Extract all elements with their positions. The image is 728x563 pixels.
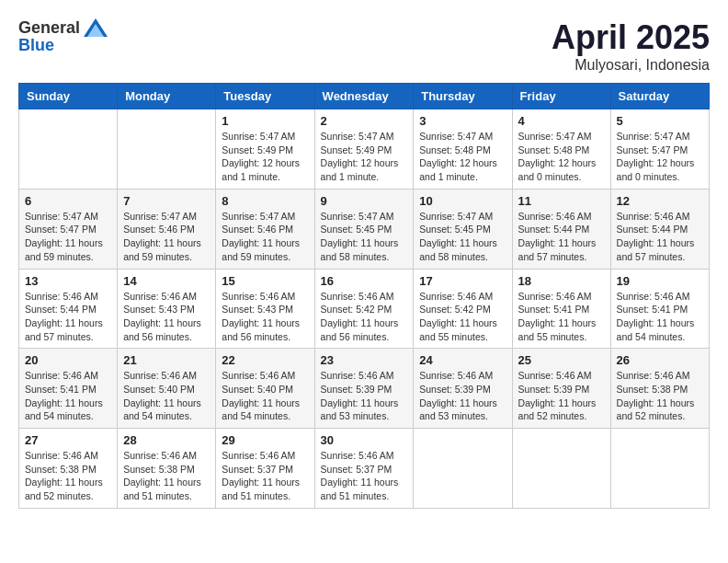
day-number: 18 (518, 274, 605, 288)
table-row (512, 429, 610, 509)
day-info: Sunrise: 5:46 AM Sunset: 5:44 PM Dayligh… (518, 210, 605, 264)
table-row (610, 429, 709, 509)
table-row: 23Sunrise: 5:46 AM Sunset: 5:39 PM Dayli… (314, 349, 414, 429)
calendar-week-row: 13Sunrise: 5:46 AM Sunset: 5:44 PM Dayli… (19, 269, 710, 349)
day-info: Sunrise: 5:46 AM Sunset: 5:44 PM Dayligh… (617, 210, 703, 264)
day-info: Sunrise: 5:47 AM Sunset: 5:49 PM Dayligh… (222, 130, 308, 184)
day-number: 29 (222, 433, 308, 447)
day-number: 26 (617, 353, 703, 367)
table-row: 27Sunrise: 5:46 AM Sunset: 5:38 PM Dayli… (19, 429, 118, 509)
day-info: Sunrise: 5:47 AM Sunset: 5:49 PM Dayligh… (321, 130, 408, 184)
day-info: Sunrise: 5:46 AM Sunset: 5:39 PM Dayligh… (321, 369, 408, 423)
calendar-week-row: 6Sunrise: 5:47 AM Sunset: 5:47 PM Daylig… (19, 189, 710, 269)
location-title: Mulyosari, Indonesia (552, 57, 710, 74)
calendar-week-row: 1Sunrise: 5:47 AM Sunset: 5:49 PM Daylig… (19, 109, 710, 190)
table-row: 4Sunrise: 5:47 AM Sunset: 5:48 PM Daylig… (512, 109, 610, 190)
day-number: 11 (518, 194, 605, 208)
day-info: Sunrise: 5:46 AM Sunset: 5:42 PM Dayligh… (419, 290, 506, 344)
day-number: 3 (419, 114, 506, 128)
table-row (19, 109, 118, 190)
table-row: 22Sunrise: 5:46 AM Sunset: 5:40 PM Dayli… (216, 349, 314, 429)
day-info: Sunrise: 5:46 AM Sunset: 5:42 PM Dayligh… (321, 290, 408, 344)
table-row: 9Sunrise: 5:47 AM Sunset: 5:45 PM Daylig… (314, 189, 414, 269)
day-info: Sunrise: 5:47 AM Sunset: 5:46 PM Dayligh… (123, 210, 210, 264)
day-info: Sunrise: 5:46 AM Sunset: 5:38 PM Dayligh… (123, 449, 210, 503)
weekday-sunday: Sunday (19, 84, 118, 109)
day-info: Sunrise: 5:46 AM Sunset: 5:41 PM Dayligh… (518, 290, 605, 344)
day-number: 1 (222, 114, 308, 128)
table-row: 28Sunrise: 5:46 AM Sunset: 5:38 PM Dayli… (118, 429, 216, 509)
day-info: Sunrise: 5:47 AM Sunset: 5:46 PM Dayligh… (222, 210, 308, 264)
day-number: 7 (123, 194, 210, 208)
day-number: 13 (25, 274, 111, 288)
table-row: 21Sunrise: 5:46 AM Sunset: 5:40 PM Dayli… (118, 349, 216, 429)
table-row: 5Sunrise: 5:47 AM Sunset: 5:47 PM Daylig… (610, 109, 709, 190)
table-row (118, 109, 216, 190)
table-row: 3Sunrise: 5:47 AM Sunset: 5:48 PM Daylig… (414, 109, 512, 190)
day-number: 24 (419, 353, 506, 367)
table-row: 18Sunrise: 5:46 AM Sunset: 5:41 PM Dayli… (512, 269, 610, 349)
table-row: 2Sunrise: 5:47 AM Sunset: 5:49 PM Daylig… (314, 109, 414, 190)
day-number: 21 (123, 353, 210, 367)
day-info: Sunrise: 5:46 AM Sunset: 5:44 PM Dayligh… (25, 290, 111, 344)
day-info: Sunrise: 5:46 AM Sunset: 5:43 PM Dayligh… (222, 290, 308, 344)
day-info: Sunrise: 5:47 AM Sunset: 5:45 PM Dayligh… (321, 210, 408, 264)
table-row: 15Sunrise: 5:46 AM Sunset: 5:43 PM Dayli… (216, 269, 314, 349)
table-row: 17Sunrise: 5:46 AM Sunset: 5:42 PM Dayli… (414, 269, 512, 349)
day-number: 6 (25, 194, 111, 208)
day-number: 16 (321, 274, 408, 288)
day-number: 25 (518, 353, 605, 367)
day-info: Sunrise: 5:46 AM Sunset: 5:39 PM Dayligh… (419, 369, 506, 423)
table-row: 19Sunrise: 5:46 AM Sunset: 5:41 PM Dayli… (610, 269, 709, 349)
table-row: 6Sunrise: 5:47 AM Sunset: 5:47 PM Daylig… (19, 189, 118, 269)
weekday-header-row: SundayMondayTuesdayWednesdayThursdayFrid… (19, 84, 710, 109)
table-row: 26Sunrise: 5:46 AM Sunset: 5:38 PM Dayli… (610, 349, 709, 429)
page-header: General Blue April 2025 Mulyosari, Indon… (18, 18, 710, 74)
day-number: 27 (25, 433, 111, 447)
weekday-monday: Monday (118, 84, 216, 109)
day-number: 20 (25, 353, 111, 367)
weekday-thursday: Thursday (414, 84, 512, 109)
weekday-tuesday: Tuesday (216, 84, 314, 109)
table-row: 30Sunrise: 5:46 AM Sunset: 5:37 PM Dayli… (314, 429, 414, 509)
table-row (414, 429, 512, 509)
table-row: 12Sunrise: 5:46 AM Sunset: 5:44 PM Dayli… (610, 189, 709, 269)
weekday-saturday: Saturday (610, 84, 709, 109)
day-info: Sunrise: 5:46 AM Sunset: 5:43 PM Dayligh… (123, 290, 210, 344)
day-info: Sunrise: 5:46 AM Sunset: 5:40 PM Dayligh… (123, 369, 210, 423)
day-number: 12 (617, 194, 703, 208)
day-info: Sunrise: 5:46 AM Sunset: 5:38 PM Dayligh… (617, 369, 703, 423)
logo: General Blue (18, 18, 108, 55)
day-number: 15 (222, 274, 308, 288)
day-info: Sunrise: 5:47 AM Sunset: 5:48 PM Dayligh… (518, 130, 605, 184)
day-info: Sunrise: 5:46 AM Sunset: 5:37 PM Dayligh… (222, 449, 308, 503)
day-number: 5 (617, 114, 703, 128)
day-number: 9 (321, 194, 408, 208)
day-number: 10 (419, 194, 506, 208)
calendar-table: SundayMondayTuesdayWednesdayThursdayFrid… (18, 83, 710, 509)
day-number: 30 (321, 433, 408, 447)
calendar-week-row: 27Sunrise: 5:46 AM Sunset: 5:38 PM Dayli… (19, 429, 710, 509)
table-row: 24Sunrise: 5:46 AM Sunset: 5:39 PM Dayli… (414, 349, 512, 429)
day-info: Sunrise: 5:46 AM Sunset: 5:39 PM Dayligh… (518, 369, 605, 423)
day-info: Sunrise: 5:46 AM Sunset: 5:41 PM Dayligh… (25, 369, 111, 423)
day-info: Sunrise: 5:47 AM Sunset: 5:47 PM Dayligh… (25, 210, 111, 264)
table-row: 10Sunrise: 5:47 AM Sunset: 5:45 PM Dayli… (414, 189, 512, 269)
day-number: 19 (617, 274, 703, 288)
day-number: 22 (222, 353, 308, 367)
table-row: 20Sunrise: 5:46 AM Sunset: 5:41 PM Dayli… (19, 349, 118, 429)
logo-blue: Blue (18, 36, 54, 55)
day-number: 23 (321, 353, 408, 367)
logo-general: General (18, 18, 80, 38)
month-title: April 2025 (552, 18, 710, 57)
logo-icon (83, 17, 108, 38)
day-info: Sunrise: 5:46 AM Sunset: 5:40 PM Dayligh… (222, 369, 308, 423)
day-info: Sunrise: 5:46 AM Sunset: 5:41 PM Dayligh… (617, 290, 703, 344)
day-info: Sunrise: 5:47 AM Sunset: 5:45 PM Dayligh… (419, 210, 506, 264)
table-row: 11Sunrise: 5:46 AM Sunset: 5:44 PM Dayli… (512, 189, 610, 269)
table-row: 13Sunrise: 5:46 AM Sunset: 5:44 PM Dayli… (19, 269, 118, 349)
table-row: 16Sunrise: 5:46 AM Sunset: 5:42 PM Dayli… (314, 269, 414, 349)
table-row: 29Sunrise: 5:46 AM Sunset: 5:37 PM Dayli… (216, 429, 314, 509)
day-info: Sunrise: 5:47 AM Sunset: 5:47 PM Dayligh… (617, 130, 703, 184)
weekday-wednesday: Wednesday (314, 84, 414, 109)
